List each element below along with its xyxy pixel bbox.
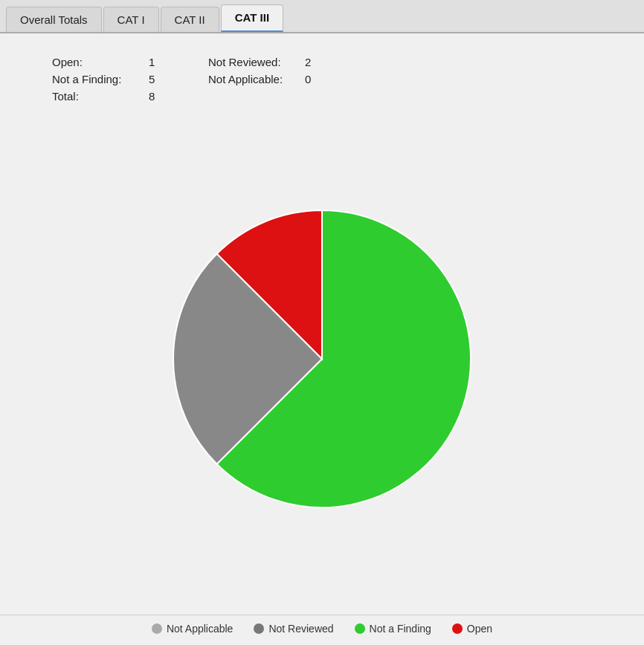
main-container: Overall Totals CAT I CAT II CAT III Open… <box>0 0 644 645</box>
legend-label-not-applicable: Not Applicable <box>167 623 234 635</box>
legend-not-applicable: Not Applicable <box>152 623 234 635</box>
legend-dot-not-applicable <box>152 623 162 634</box>
stats-right: Not Reviewed: 2 Not Applicable: 0 <box>208 56 320 103</box>
stat-not-applicable-label: Not Applicable: <box>208 73 297 85</box>
stat-not-finding-value: 5 <box>149 73 164 85</box>
stat-open-label: Open: <box>52 56 141 68</box>
tab-overall[interactable]: Overall Totals <box>6 7 102 32</box>
stat-not-finding-label: Not a Finding: <box>52 73 141 85</box>
stat-total-label: Total: <box>52 90 141 103</box>
stat-not-reviewed-label: Not Reviewed: <box>208 56 297 68</box>
stat-open: Open: 1 <box>52 56 164 68</box>
stat-not-applicable: Not Applicable: 0 <box>208 73 320 85</box>
stats-row: Open: 1 Not a Finding: 5 Total: 8 Not Re… <box>52 56 622 103</box>
stat-not-reviewed: Not Reviewed: 2 <box>208 56 320 68</box>
legend-label-not-reviewed: Not Reviewed <box>268 623 333 635</box>
tab-cat2[interactable]: CAT II <box>161 7 219 32</box>
legend-dot-open <box>452 623 463 634</box>
legend-dot-not-reviewed <box>254 623 264 634</box>
legend-not-finding: Not a Finding <box>355 623 431 635</box>
tab-cat1[interactable]: CAT I <box>103 7 159 32</box>
legend-dot-not-finding <box>355 623 365 634</box>
stat-not-applicable-value: 0 <box>305 73 320 85</box>
stat-open-value: 1 <box>149 56 164 68</box>
content-area: Open: 1 Not a Finding: 5 Total: 8 Not Re… <box>0 33 644 615</box>
legend-bar: Not Applicable Not Reviewed Not a Findin… <box>0 615 644 645</box>
stat-not-reviewed-value: 2 <box>305 56 320 68</box>
pie-chart <box>166 203 478 515</box>
legend-label-open: Open <box>467 623 492 635</box>
tab-cat3[interactable]: CAT III <box>221 4 283 32</box>
legend-not-reviewed: Not Reviewed <box>254 623 333 635</box>
stats-left: Open: 1 Not a Finding: 5 Total: 8 <box>52 56 164 103</box>
stat-total-value: 8 <box>149 90 164 103</box>
chart-area <box>22 117 622 600</box>
legend-label-not-finding: Not a Finding <box>370 623 431 635</box>
legend-open: Open <box>452 623 492 635</box>
tabs-bar: Overall Totals CAT I CAT II CAT III <box>0 0 644 33</box>
stat-total: Total: 8 <box>52 90 164 103</box>
stat-not-finding: Not a Finding: 5 <box>52 73 164 85</box>
